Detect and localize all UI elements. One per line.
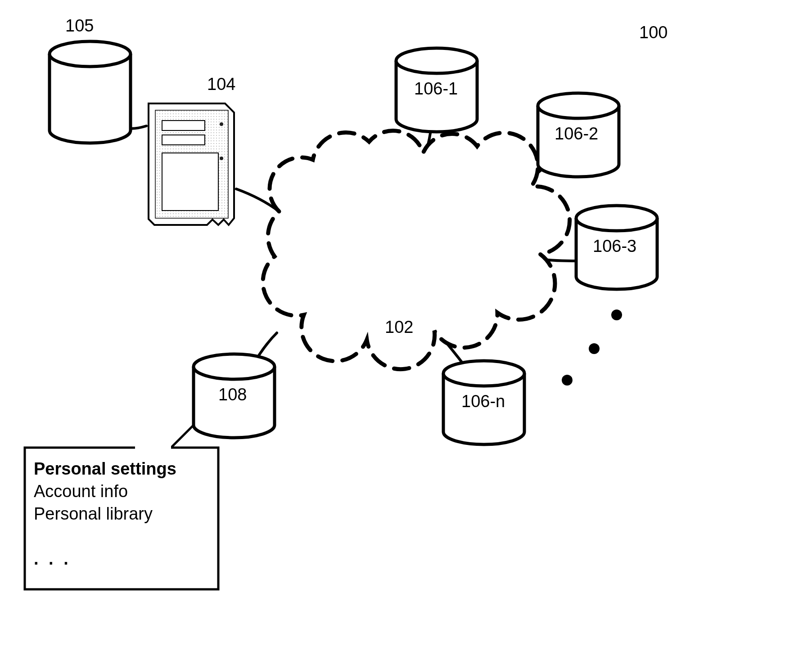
svg-point-7 [220,157,223,160]
svg-point-12 [589,343,600,354]
cloud-ref-label: 102 [385,318,413,336]
svg-point-11 [611,310,622,320]
svg-rect-6 [162,153,218,211]
svg-point-10 [576,206,657,231]
svg-point-15 [194,354,275,379]
db-106-3-label: 106-3 [593,237,636,256]
db-106-n: 106-n [443,361,524,444]
db-106-2-label: 106-2 [555,124,598,143]
callout-title: Personal settings [34,459,176,478]
db-106-3: 106-3 [576,206,657,289]
diagram-canvas: 100 102 105 [0,0,812,646]
svg-point-9 [538,93,619,118]
db-106-2: 106-2 [538,93,619,177]
ellipsis-dots [562,310,622,386]
svg-point-14 [443,361,524,386]
svg-point-13 [562,375,573,386]
svg-point-1 [50,41,131,67]
db-106-1: 106-1 [396,48,477,132]
callout-line2: Personal library [34,504,153,523]
db-108-label: 108 [218,385,247,404]
callout-box: Personal settings Account info Personal … [25,425,218,589]
callout-line1: Account info [34,482,128,501]
db-108: 108 [194,354,275,438]
svg-point-5 [220,122,223,126]
db-105: 105 [50,16,131,143]
cloud-icon: 102 [263,131,570,369]
db-106-1-label: 106-1 [414,79,458,98]
callout-ellipsis: . . . [34,549,71,568]
db-105-label: 105 [65,16,94,35]
db-106-n-label: 106-n [461,392,505,411]
svg-rect-3 [162,121,205,130]
figure-number-label: 100 [639,23,668,42]
server-ref-label: 104 [207,75,235,94]
server-icon: 104 [149,75,235,225]
svg-rect-4 [162,135,205,145]
svg-point-8 [396,48,477,73]
